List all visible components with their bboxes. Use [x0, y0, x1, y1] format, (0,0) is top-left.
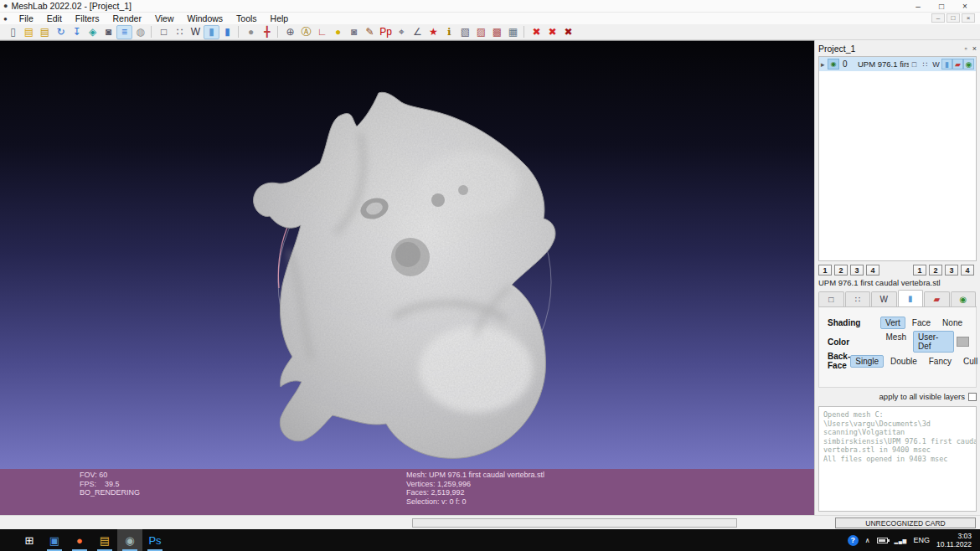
battery-icon[interactable] [877, 538, 888, 543]
select-connected-icon[interactable]: ▩ [489, 25, 505, 39]
color-option[interactable]: Mesh [881, 331, 911, 353]
paint-tool-icon[interactable]: ✎ [362, 25, 378, 39]
save-snapshot-icon[interactable]: ◈ [85, 25, 101, 39]
expand-arrow-icon[interactable]: ▸ [821, 60, 828, 69]
snapshot-camera-icon[interactable]: ◙ [101, 25, 116, 39]
layer-set-button[interactable]: 2 [834, 265, 848, 276]
layer-set-button[interactable]: 1 [818, 265, 832, 276]
info-tool-icon[interactable]: ℹ [441, 25, 457, 39]
menu-item[interactable]: Edit [40, 13, 69, 23]
camera-set-button[interactable]: 3 [945, 265, 958, 276]
reload-icon[interactable]: ↻ [53, 25, 69, 39]
texture-render-icon[interactable]: ● [243, 25, 259, 39]
unrecognized-card-button[interactable]: UNRECOGNIZED CARD [835, 518, 976, 528]
menu-item[interactable]: Filters [69, 13, 106, 23]
axes-icon[interactable]: ╋ [259, 25, 275, 39]
raster-camera-icon[interactable]: ◙ [346, 25, 362, 39]
georef-tool-icon[interactable]: ★ [426, 25, 441, 39]
clock[interactable]: 3:03 10.11.2022 [936, 532, 972, 548]
taskbar-start-button[interactable]: ⊞ [17, 529, 42, 551]
delete-selected-faces-icon[interactable]: ✖ [544, 25, 560, 39]
panel-title: Project_1 [818, 44, 855, 54]
menu-item[interactable]: Help [264, 13, 296, 23]
save-mesh-icon[interactable]: ↧ [69, 25, 85, 39]
layer-set-button[interactable]: 3 [850, 265, 864, 276]
layer-texture-icon[interactable]: ◉ [963, 59, 974, 70]
mdi-restore-button[interactable]: □ [946, 13, 960, 23]
hud-left-info: FOV: 60FPS: 39.5BO_RENDERING [80, 471, 140, 497]
camera-set-button[interactable]: 4 [961, 265, 974, 276]
shading-option[interactable]: Face [907, 317, 936, 329]
select-vertices-icon[interactable]: ▧ [457, 25, 473, 39]
taskbar-app-firefox[interactable]: ● [67, 529, 92, 551]
measure-tool-icon[interactable]: ∠ [410, 25, 426, 39]
bbox-render-icon[interactable]: □ [156, 25, 172, 39]
color-option[interactable]: User-Def [913, 331, 954, 353]
taskbar-app-explorer[interactable]: ▤ [92, 529, 117, 551]
mdi-minimize-button[interactable]: – [931, 13, 945, 23]
tab-smooth[interactable]: ▰ [924, 291, 950, 306]
backface-option[interactable]: Single [850, 355, 884, 368]
trackball-icon[interactable]: ⊕ [282, 25, 298, 39]
tab-points[interactable]: ∷ [845, 291, 871, 306]
camera-set-button[interactable]: 1 [913, 265, 926, 276]
delete-selected-icon[interactable]: ✖ [560, 25, 576, 39]
help-tray-icon[interactable]: ? [848, 535, 859, 546]
visibility-eye-icon[interactable]: ◉ [828, 59, 839, 70]
axis-widget-icon[interactable]: ∟ [314, 25, 330, 39]
taskbar-app-meshlab[interactable]: ◉ [117, 529, 142, 551]
layer-set-button[interactable]: 4 [866, 265, 879, 276]
tab-flat[interactable]: ▮ [898, 290, 924, 306]
close-button[interactable]: × [953, 2, 977, 11]
delete-selected-vertices-icon[interactable]: ✖ [529, 25, 544, 39]
light-tool-icon[interactable]: ● [330, 25, 346, 39]
minimize-button[interactable]: – [906, 2, 930, 11]
tab-bbox[interactable]: □ [818, 291, 844, 306]
menu-item[interactable]: View [148, 13, 181, 23]
menu-item[interactable]: File [13, 13, 40, 23]
points-render-icon[interactable]: ∷ [172, 25, 188, 39]
backface-option[interactable]: Double [885, 355, 922, 368]
pick-points-icon[interactable]: ⌖ [394, 25, 410, 39]
panel-float-button[interactable]: ▫ [965, 44, 967, 53]
select-all-icon[interactable]: ▦ [505, 25, 521, 39]
panel-close-button[interactable]: × [972, 44, 977, 53]
new-project-icon[interactable]: ▯ [5, 25, 21, 39]
tab-wireframe[interactable]: W [871, 291, 897, 306]
viewport-3d[interactable]: FOV: 60FPS: 39.5BO_RENDERING Mesh: UPM 9… [0, 40, 814, 515]
taskbar-app-photoshop[interactable]: Ps [142, 529, 168, 551]
pp-tool-icon[interactable]: Pp [378, 25, 394, 39]
language-indicator[interactable]: ENG [914, 536, 931, 544]
layer-smooth-icon[interactable]: ▰ [952, 59, 963, 70]
show-raster-icon[interactable]: ◍ [132, 25, 148, 39]
layer-points-icon[interactable]: ∷ [920, 59, 931, 70]
flat-render-icon[interactable]: ▮ [204, 25, 219, 39]
mdi-close-button[interactable]: × [962, 13, 975, 23]
layer-bbox-icon[interactable]: □ [909, 59, 920, 70]
apply-all-layers-checkbox[interactable] [968, 393, 977, 401]
tray-chevron-icon[interactable]: ∧ [865, 537, 870, 544]
layer-flat-icon[interactable]: ▮ [941, 59, 952, 70]
tab-texture[interactable]: ◉ [951, 291, 977, 306]
open-mesh-icon[interactable]: ▤ [37, 25, 53, 39]
menu-item[interactable]: Render [106, 13, 147, 23]
layer-row[interactable]: ▸ ◉ 0 UPM 976.1 firs... □ ∷ W ▮ ▰ [819, 57, 976, 71]
smooth-render-icon[interactable]: ▮ [219, 25, 235, 39]
camera-set-button[interactable]: 2 [929, 265, 942, 276]
wireframe-render-icon[interactable]: W [188, 25, 204, 39]
maximize-button[interactable]: □ [930, 2, 953, 11]
taskbar-app-save[interactable]: ▣ [42, 529, 67, 551]
user-color-swatch[interactable] [957, 337, 969, 347]
menu-item[interactable]: Windows [180, 13, 230, 23]
open-project-icon[interactable]: ▤ [21, 25, 37, 39]
select-faces-icon[interactable]: ▨ [473, 25, 489, 39]
shading-option[interactable]: Vert [880, 317, 905, 329]
layer-wireframe-icon[interactable]: W [931, 59, 941, 70]
shading-option[interactable]: None [937, 317, 967, 329]
network-signal-icon[interactable]: ▂▄▆ [895, 538, 907, 543]
menu-item[interactable]: Tools [230, 13, 264, 23]
backface-option[interactable]: Fancy [924, 355, 957, 368]
backface-option[interactable]: Cull [958, 355, 980, 368]
align-tool-icon[interactable]: Ⓐ [298, 25, 314, 39]
show-layers-icon[interactable]: ≡ [116, 25, 132, 39]
